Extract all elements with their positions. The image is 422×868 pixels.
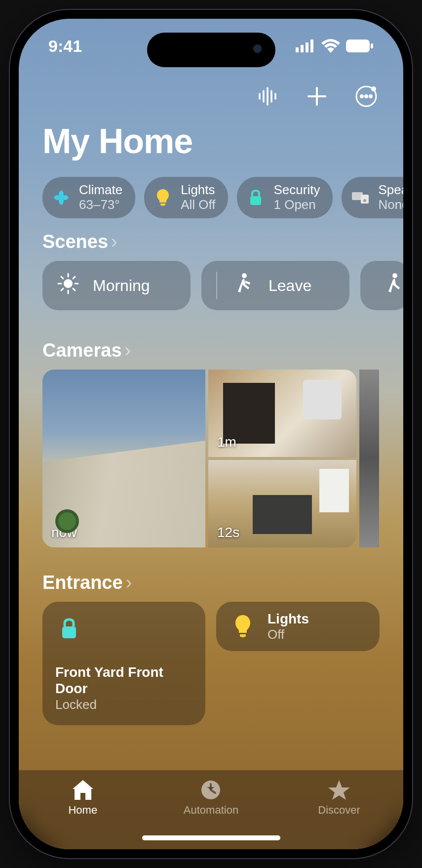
camera-kitchen[interactable]: 12s	[208, 460, 356, 547]
svg-rect-4	[346, 40, 370, 52]
svg-line-31	[73, 277, 75, 279]
header-actions	[254, 83, 380, 110]
svg-point-23	[64, 279, 73, 288]
scenes-row: Morning Leave	[42, 261, 403, 310]
chip-lights[interactable]: Lights All Off	[144, 177, 228, 218]
cameras-grid: now 1m 12s	[42, 370, 403, 547]
dynamic-island	[147, 33, 275, 67]
chevron-right-icon: ›	[126, 572, 132, 593]
svg-point-15	[365, 95, 368, 98]
section-title: Scenes	[42, 231, 108, 252]
camera-timestamp: 12s	[217, 525, 239, 540]
category-chips: Climate 63–73° Lights All Off Security	[42, 177, 403, 218]
page-title: My Home	[42, 122, 192, 161]
tile-front-door-lock[interactable]: Front Yard Front Door Locked	[42, 602, 205, 725]
wifi-icon	[321, 39, 340, 53]
chip-value: 1 Open	[273, 198, 320, 212]
tab-discover[interactable]: Discover	[300, 779, 379, 817]
add-button[interactable]	[304, 83, 330, 110]
battery-icon	[346, 40, 374, 52]
scene-label: Morning	[93, 277, 150, 295]
svg-rect-1	[301, 45, 304, 52]
svg-line-30	[61, 289, 63, 290]
svg-rect-34	[62, 626, 76, 638]
chevron-right-icon: ›	[125, 340, 131, 361]
camera-gym[interactable]: 1m	[208, 370, 356, 457]
camera-stack: 1m 12s	[208, 370, 356, 547]
cameras-header[interactable]: Cameras ›	[42, 340, 131, 361]
entrance-tiles: Front Yard Front Door Locked Lights Off	[42, 602, 380, 725]
svg-rect-3	[310, 40, 313, 52]
fan-icon	[50, 187, 72, 208]
chip-label: Spea	[378, 183, 403, 198]
phone-frame: 9:41 My Home	[10, 10, 412, 858]
svg-point-14	[361, 95, 363, 98]
svg-point-16	[370, 95, 372, 98]
tab-home[interactable]: Home	[43, 779, 122, 817]
screen: 9:41 My Home	[19, 19, 403, 849]
svg-line-29	[73, 289, 75, 290]
svg-line-28	[61, 277, 63, 279]
scene-label: Leave	[269, 277, 311, 295]
svg-point-32	[242, 273, 247, 278]
lock-icon	[55, 615, 83, 642]
svg-point-33	[392, 273, 397, 278]
chip-climate[interactable]: Climate 63–73°	[42, 177, 135, 218]
intercom-icon[interactable]	[254, 83, 281, 110]
tab-label: Home	[68, 804, 97, 817]
lock-icon	[245, 187, 267, 208]
tile-status: Off	[268, 627, 309, 642]
status-time: 9:41	[48, 37, 82, 56]
tile-entrance-lights[interactable]: Lights Off	[216, 602, 380, 651]
scene-leave[interactable]: Leave	[201, 261, 349, 310]
bulb-icon	[152, 187, 174, 208]
section-title: Cameras	[42, 340, 122, 361]
tv-icon	[349, 187, 371, 208]
chip-label: Lights	[181, 183, 215, 198]
tab-label: Discover	[318, 804, 360, 817]
chip-value: 63–73°	[79, 198, 122, 212]
camera-front-yard[interactable]: now	[42, 370, 205, 547]
person-walking-icon	[386, 273, 403, 298]
svg-point-18	[59, 196, 63, 200]
chip-security[interactable]: Security 1 Open	[237, 177, 333, 218]
svg-rect-2	[306, 42, 308, 52]
chip-label: Climate	[79, 183, 122, 198]
camera-timestamp: 1m	[217, 434, 236, 450]
section-title: Entrance	[42, 572, 123, 593]
more-button[interactable]	[353, 83, 380, 110]
svg-rect-5	[371, 43, 373, 48]
bulb-icon	[229, 613, 257, 640]
scene-arrive[interactable]	[360, 261, 403, 310]
tile-status: Locked	[55, 697, 192, 712]
camera-more[interactable]	[359, 370, 379, 547]
chevron-right-icon: ›	[111, 231, 117, 252]
camera-timestamp: now	[51, 525, 77, 540]
status-indicators	[296, 39, 374, 53]
entrance-header[interactable]: Entrance ›	[42, 572, 132, 593]
tab-automation[interactable]: Automation	[171, 779, 250, 817]
svg-rect-19	[250, 196, 261, 205]
chip-value: None	[378, 198, 403, 212]
svg-rect-0	[296, 47, 299, 52]
chip-value: All Off	[181, 198, 215, 212]
sun-icon	[57, 273, 79, 298]
home-indicator[interactable]	[142, 835, 280, 840]
chip-label: Security	[273, 183, 320, 198]
tile-label: Lights	[268, 611, 309, 627]
cellular-icon	[296, 40, 315, 52]
scene-morning[interactable]: Morning	[42, 261, 191, 310]
person-walking-icon	[233, 273, 255, 298]
scenes-header[interactable]: Scenes ›	[42, 231, 117, 252]
tab-label: Automation	[184, 804, 238, 817]
chip-speakers[interactable]: Spea None	[342, 177, 403, 218]
tile-label: Front Yard Front Door	[55, 664, 192, 697]
svg-point-22	[363, 199, 366, 202]
svg-point-17	[371, 86, 376, 91]
divider	[216, 272, 217, 299]
